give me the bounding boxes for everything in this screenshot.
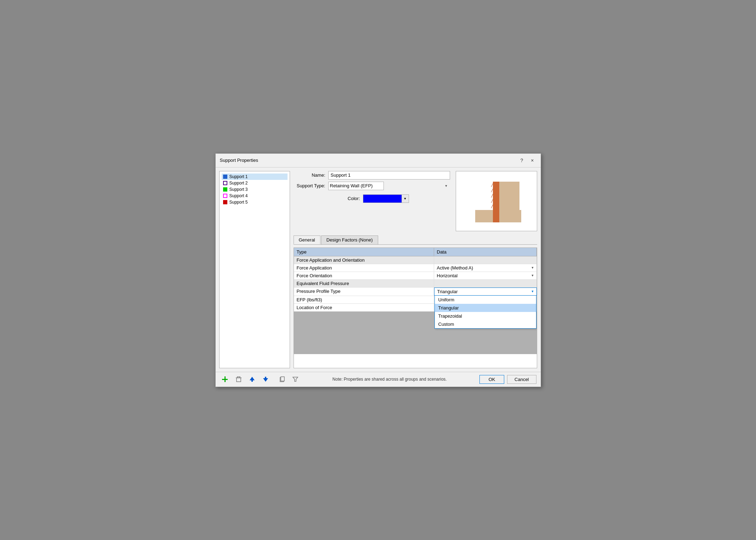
pressure-profile-arrow: ▼ <box>531 290 534 293</box>
add-icon <box>221 376 228 383</box>
row-force-application: Force Application Active (Method A) ▼ <box>294 264 537 272</box>
support-item-3[interactable]: Support 3 <box>222 186 288 193</box>
section-efp: Equivalent Fluid Pressure <box>294 280 537 288</box>
option-triangular[interactable]: Triangular <box>435 304 536 312</box>
color-dropdown-button[interactable]: ▼ <box>402 194 409 203</box>
title-bar: Support Properties ? × <box>216 154 541 167</box>
row-pressure-profile: Pressure Profile Type Triangular ▼ Unifo… <box>294 288 537 296</box>
copy-support-button[interactable] <box>277 375 286 383</box>
bottom-bar: Note: Properties are shared across all g… <box>216 372 541 387</box>
support-properties-dialog: Support Properties ? × Support 1Support … <box>215 153 541 387</box>
tabs-row: General Design Factors (None) <box>294 235 537 245</box>
svg-rect-17 <box>281 377 284 381</box>
svg-line-2 <box>491 194 493 198</box>
name-input[interactable] <box>328 171 450 180</box>
filter-icon <box>292 376 299 382</box>
color-swatch-wrapper: ▼ <box>363 194 409 203</box>
color-swatch[interactable] <box>363 194 402 203</box>
ok-button[interactable]: OK <box>479 375 504 384</box>
svg-marker-12 <box>250 377 255 380</box>
properties-table: Type Data Force Application and Orientat… <box>294 248 537 368</box>
pressure-profile-data[interactable]: Triangular ▼ Uniform Triangular Trapezo <box>434 288 537 296</box>
bottom-left-controls <box>220 375 300 383</box>
force-application-label: Force Application <box>294 264 434 272</box>
move-down-button[interactable] <box>261 375 270 383</box>
support-color-box-3 <box>223 187 227 192</box>
support-color-box-5 <box>223 200 227 204</box>
bottom-right-buttons: OK Cancel <box>479 375 536 384</box>
right-panel: Name: Support Type: Retaining Wall (EFP)… <box>294 171 537 368</box>
section-force-application: Force Application and Orientation <box>294 256 537 264</box>
color-section: Color: ▼ <box>328 194 409 203</box>
option-custom[interactable]: Custom <box>435 320 536 328</box>
force-application-arrow: ▼ <box>531 266 534 269</box>
close-button[interactable]: × <box>528 157 536 164</box>
section-efp-data <box>434 280 537 287</box>
tab-general[interactable]: General <box>294 235 320 244</box>
delete-support-button[interactable] <box>234 375 243 383</box>
svg-rect-13 <box>251 380 253 382</box>
note-text: Note: Properties are shared across all g… <box>332 377 447 382</box>
force-orientation-arrow: ▼ <box>531 274 534 277</box>
support-item-4[interactable]: Support 4 <box>222 193 288 199</box>
force-orientation-data[interactable]: Horizontal ▼ <box>434 272 537 279</box>
support-label-4: Support 4 <box>229 193 248 198</box>
row-force-orientation: Force Orientation Horizontal ▼ <box>294 272 537 280</box>
svg-line-4 <box>491 205 493 208</box>
support-item-1[interactable]: Support 1 <box>222 174 288 180</box>
name-row: Name: <box>294 171 450 180</box>
add-support-button[interactable] <box>220 375 230 383</box>
copy-icon <box>279 376 285 382</box>
efp-label: EFP (lbs/ft3) <box>294 296 434 303</box>
help-button[interactable]: ? <box>518 157 526 164</box>
delete-icon <box>235 376 242 382</box>
retaining-wall-preview <box>456 171 537 231</box>
section-force-label: Force Application and Orientation <box>294 256 434 264</box>
title-bar-controls: ? × <box>518 157 536 164</box>
support-color-box-4 <box>223 194 227 198</box>
retaining-wall-svg <box>465 175 528 228</box>
support-type-select[interactable]: Retaining Wall (EFP)Lateral Earth Pressu… <box>328 182 384 190</box>
tab-design-factors[interactable]: Design Factors (None) <box>321 235 378 244</box>
support-color-box-2 <box>223 181 227 185</box>
svg-marker-14 <box>263 378 268 382</box>
cancel-button[interactable]: Cancel <box>507 375 536 384</box>
svg-line-3 <box>491 199 493 203</box>
svg-rect-6 <box>224 376 226 382</box>
support-type-select-wrapper: Retaining Wall (EFP)Lateral Earth Pressu… <box>328 182 450 190</box>
section-efp-label: Equivalent Fluid Pressure <box>294 280 434 287</box>
color-row: Color: ▼ <box>294 194 450 203</box>
move-up-button[interactable] <box>248 375 257 383</box>
support-type-label: Support Type: <box>294 183 325 188</box>
form-section: Name: Support Type: Retaining Wall (EFP)… <box>294 171 450 203</box>
support-label-1: Support 1 <box>229 174 248 179</box>
data-header: Data <box>434 248 537 256</box>
support-item-5[interactable]: Support 5 <box>222 199 288 205</box>
option-uniform[interactable]: Uniform <box>435 296 536 304</box>
svg-line-0 <box>491 183 493 187</box>
force-orientation-label: Force Orientation <box>294 272 434 279</box>
support-item-2[interactable]: Support 2 <box>222 180 288 186</box>
up-arrow-icon <box>249 376 255 382</box>
table-header: Type Data <box>294 248 537 256</box>
force-application-value: Active (Method A) <box>437 265 473 271</box>
force-application-data[interactable]: Active (Method A) ▼ <box>434 264 537 272</box>
wall-body <box>493 182 499 222</box>
option-trapezoidal[interactable]: Trapezoidal <box>435 312 536 320</box>
down-arrow-icon <box>262 376 269 382</box>
top-row: Name: Support Type: Retaining Wall (EFP)… <box>294 171 537 231</box>
filter-button[interactable] <box>291 375 300 383</box>
color-label-text: Color: <box>328 196 360 201</box>
support-label-5: Support 5 <box>229 200 248 205</box>
pressure-profile-value: Triangular <box>437 289 458 294</box>
svg-rect-7 <box>237 378 241 382</box>
pressure-profile-label: Pressure Profile Type <box>294 288 434 296</box>
svg-line-1 <box>491 189 493 192</box>
location-force-label: Location of Force <box>294 304 434 311</box>
soil-wedge <box>499 182 519 210</box>
pressure-profile-dropdown: Uniform Triangular Trapezoidal Custom <box>434 295 536 329</box>
svg-marker-18 <box>293 377 298 381</box>
dialog-body: Support 1Support 2Support 3Support 4Supp… <box>216 167 541 372</box>
force-orientation-value: Horizontal <box>437 273 458 278</box>
dialog-title: Support Properties <box>220 158 258 163</box>
